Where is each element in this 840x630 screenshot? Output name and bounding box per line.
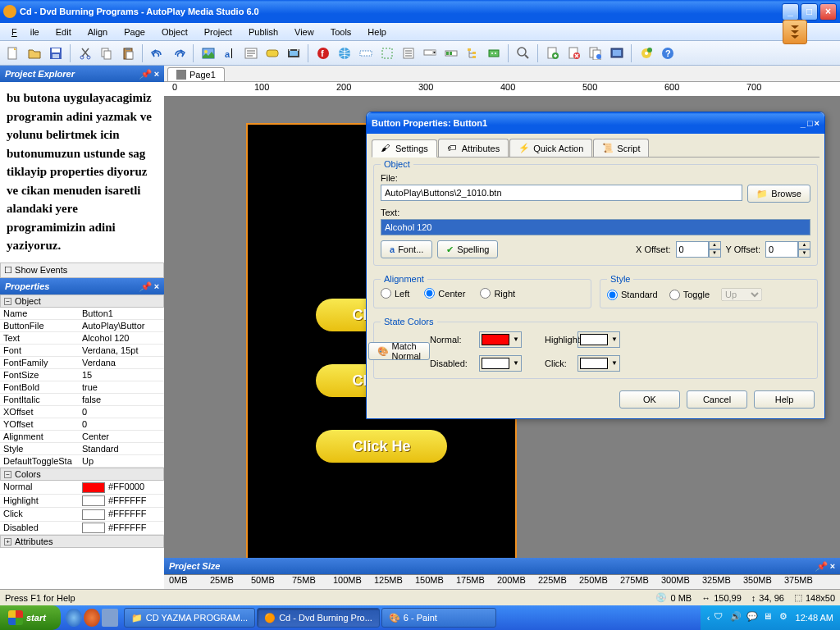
- copy-icon[interactable]: [97, 43, 116, 63]
- desktop-icon[interactable]: [102, 609, 118, 627]
- clock[interactable]: 12:48 AM: [796, 613, 833, 623]
- menu-help[interactable]: Help: [361, 25, 393, 39]
- dialog-close-button[interactable]: ×: [815, 118, 819, 128]
- new-icon[interactable]: [3, 43, 23, 63]
- yoffset-spinner[interactable]: ▲▼: [765, 241, 810, 258]
- paste-icon[interactable]: [118, 43, 138, 63]
- maximize-button[interactable]: □: [801, 3, 818, 21]
- plugin-icon[interactable]: [484, 43, 504, 63]
- ok-button[interactable]: OK: [619, 390, 680, 409]
- cut-icon[interactable]: [75, 43, 95, 63]
- tray-icon[interactable]: 🔊: [730, 611, 743, 624]
- open-icon[interactable]: [25, 43, 44, 63]
- tab-page1[interactable]: Page1: [167, 67, 225, 81]
- help-button[interactable]: Help: [754, 390, 815, 409]
- cancel-button[interactable]: Cancel: [687, 390, 747, 409]
- click-color-picker[interactable]: ▼: [578, 355, 620, 372]
- highlight-color-picker[interactable]: ▼: [578, 331, 620, 348]
- download-indicator-icon[interactable]: [783, 20, 807, 44]
- tray-icon[interactable]: ⚙: [779, 611, 792, 624]
- panel-close-icon[interactable]: ×: [830, 561, 835, 571]
- menu-object[interactable]: Object: [155, 25, 194, 39]
- tray-icon[interactable]: 🖥: [763, 611, 776, 624]
- button-icon[interactable]: [262, 43, 282, 63]
- progress-icon[interactable]: [441, 43, 461, 63]
- dialog-titlebar[interactable]: Button Properties: Button1 _ □ ×: [367, 112, 824, 134]
- combobox-icon[interactable]: [420, 43, 440, 63]
- image-icon[interactable]: [199, 43, 218, 63]
- style-toggle-radio[interactable]: Toggle: [669, 290, 710, 300]
- tree-icon[interactable]: [463, 43, 482, 63]
- input-icon[interactable]: [356, 43, 376, 63]
- properties-group-object[interactable]: −Object: [0, 294, 164, 308]
- normal-color-picker[interactable]: ▼: [479, 331, 522, 348]
- tab-script[interactable]: 📜Script: [593, 139, 649, 157]
- save-icon[interactable]: [46, 43, 66, 63]
- menu-tools[interactable]: Tools: [324, 25, 358, 39]
- show-events-toggle[interactable]: ☐ Show Events: [0, 262, 164, 278]
- undo-icon[interactable]: [148, 43, 167, 63]
- tray-expand-icon[interactable]: ‹: [707, 613, 710, 623]
- dialog-minimize-button[interactable]: _: [801, 118, 806, 128]
- spelling-button[interactable]: ✔Spelling: [437, 240, 498, 258]
- close-button[interactable]: ×: [819, 3, 837, 21]
- panel-close-icon[interactable]: ×: [154, 281, 159, 291]
- help-icon[interactable]: ?: [658, 43, 678, 63]
- add-page-icon[interactable]: [543, 43, 563, 63]
- minimize-button[interactable]: _: [782, 3, 799, 21]
- ie-icon[interactable]: [66, 609, 82, 627]
- menu-align[interactable]: Align: [81, 25, 114, 39]
- browse-button[interactable]: 📁Browse: [747, 185, 810, 203]
- zoom-icon[interactable]: [514, 43, 533, 63]
- file-input[interactable]: [381, 185, 742, 201]
- tray-icon[interactable]: 💬: [746, 611, 760, 624]
- menu-page[interactable]: Page: [117, 25, 152, 39]
- taskbar-item[interactable]: 📁CD YAZMA PROGRAM...: [124, 608, 255, 628]
- click-label: Click:: [528, 358, 578, 368]
- align-left-radio[interactable]: Left: [381, 288, 409, 299]
- pin-icon[interactable]: 📌: [815, 561, 827, 572]
- match-normal-button[interactable]: 🎨Match Normal: [368, 342, 430, 360]
- canvas-button[interactable]: Click He: [316, 430, 447, 463]
- menu-view[interactable]: View: [288, 25, 321, 39]
- start-button[interactable]: start: [0, 605, 61, 630]
- disabled-color-picker[interactable]: ▼: [479, 355, 522, 372]
- web-icon[interactable]: [335, 43, 354, 63]
- menu-edit[interactable]: Edit: [49, 25, 78, 39]
- firefox-icon[interactable]: [84, 609, 100, 627]
- tab-attributes[interactable]: 🏷Attributes: [438, 139, 509, 157]
- tab-settings[interactable]: 🖌Settings: [372, 139, 437, 158]
- panel-close-icon[interactable]: ×: [154, 69, 159, 79]
- properties-grid[interactable]: −Object NameButton1 ButtonFileAutoPlay\B…: [0, 294, 164, 597]
- preview-icon[interactable]: [607, 43, 627, 63]
- style-standard-radio[interactable]: Standard: [607, 290, 658, 300]
- font-button[interactable]: aFont...: [381, 240, 432, 258]
- redo-icon[interactable]: [169, 43, 189, 63]
- tab-quick-action[interactable]: ⚡Quick Action: [509, 139, 592, 157]
- taskbar-item[interactable]: 🎨6 - Paint: [381, 608, 496, 628]
- text-input[interactable]: [381, 219, 810, 235]
- pin-icon[interactable]: 📌: [139, 69, 151, 80]
- taskbar-item[interactable]: 🟠Cd - Dvd Burning Pro...: [257, 608, 380, 628]
- menu-file[interactable]: File: [5, 25, 46, 39]
- xoffset-spinner[interactable]: ▲▼: [676, 241, 721, 258]
- text-icon[interactable]: a: [220, 43, 240, 63]
- paragraph-icon[interactable]: [241, 43, 261, 63]
- align-center-radio[interactable]: Center: [424, 288, 465, 299]
- video-icon[interactable]: [284, 43, 304, 63]
- system-tray[interactable]: ‹ 🛡 🔊 💬 🖥 ⚙ 12:48 AM: [701, 605, 840, 630]
- remove-page-icon[interactable]: [564, 43, 584, 63]
- properties-group-attributes[interactable]: +Attributes: [0, 535, 164, 548]
- flash-icon[interactable]: f: [313, 43, 333, 63]
- hotspot-icon[interactable]: [377, 43, 397, 63]
- align-right-radio[interactable]: Right: [480, 288, 515, 299]
- properties-group-colors[interactable]: −Colors: [0, 468, 164, 481]
- duplicate-page-icon[interactable]: [586, 43, 605, 63]
- listbox-icon[interactable]: [399, 43, 418, 63]
- menu-project[interactable]: Project: [198, 25, 239, 39]
- tray-icon[interactable]: 🛡: [714, 611, 727, 624]
- pin-icon[interactable]: 📌: [139, 281, 151, 292]
- build-icon[interactable]: [637, 43, 656, 63]
- dialog-maximize-button[interactable]: □: [807, 118, 813, 128]
- menu-publish[interactable]: Publish: [242, 25, 285, 39]
